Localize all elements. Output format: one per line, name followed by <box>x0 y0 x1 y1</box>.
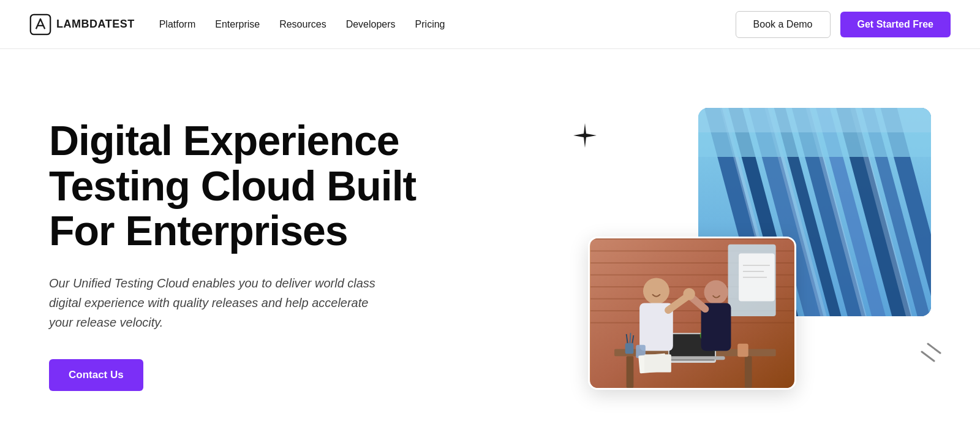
nav-item-developers[interactable]: Developers <box>346 19 396 29</box>
nav-item-pricing[interactable]: Pricing <box>415 19 445 29</box>
hero-visual <box>588 108 931 402</box>
svg-point-37 <box>643 278 669 304</box>
sparkle-icon <box>570 120 600 151</box>
get-started-button[interactable]: Get Started Free <box>840 12 951 37</box>
logo-icon <box>29 13 51 36</box>
svg-rect-25 <box>590 322 794 323</box>
svg-rect-29 <box>745 356 752 388</box>
svg-rect-18 <box>590 238 794 240</box>
hero-section: Digital Experience Testing Cloud Built F… <box>0 49 980 448</box>
book-demo-button[interactable]: Book a Demo <box>736 11 831 38</box>
nav-item-resources[interactable]: Resources <box>279 19 326 29</box>
dash-marks-icon <box>907 341 943 365</box>
svg-point-43 <box>683 288 695 300</box>
navbar-right: Book a Demo Get Started Free <box>736 11 951 38</box>
contact-us-button[interactable]: Contact Us <box>49 359 143 391</box>
hero-subtitle: Our Unified Testing Cloud enables you to… <box>49 273 392 332</box>
nav-links: Platform Enterprise Resources Developers… <box>159 19 445 30</box>
navbar: LAMBDATEST Platform Enterprise Resources… <box>0 0 980 49</box>
svg-rect-16 <box>698 108 931 132</box>
hero-title: Digital Experience Testing Cloud Built F… <box>49 118 441 253</box>
svg-rect-52 <box>625 343 634 354</box>
svg-line-57 <box>922 352 934 361</box>
svg-rect-28 <box>627 356 634 388</box>
logo-link[interactable]: LAMBDATEST <box>29 13 135 36</box>
nav-item-enterprise[interactable]: Enterprise <box>215 19 260 29</box>
people-image <box>588 237 796 390</box>
svg-line-56 <box>928 344 940 353</box>
nav-item-platform[interactable]: Platform <box>159 19 196 29</box>
svg-rect-45 <box>737 343 748 356</box>
logo-text: LAMBDATEST <box>56 18 135 31</box>
hero-content: Digital Experience Testing Cloud Built F… <box>49 118 441 390</box>
svg-line-54 <box>630 333 630 343</box>
office-svg <box>590 238 794 388</box>
svg-point-39 <box>704 280 728 304</box>
svg-rect-0 <box>31 14 50 34</box>
svg-rect-47 <box>644 354 671 372</box>
navbar-left: LAMBDATEST Platform Enterprise Resources… <box>29 13 445 36</box>
